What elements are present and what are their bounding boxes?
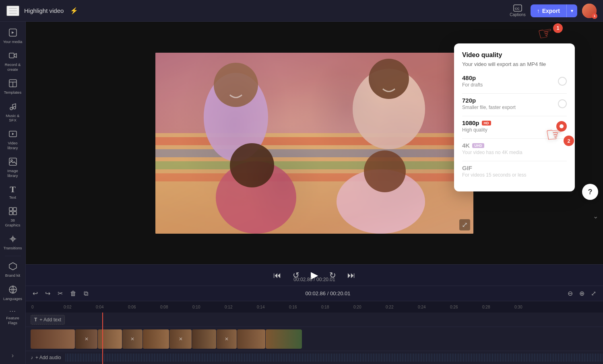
sidebar-item-record-create[interactable]: Record & create bbox=[1, 48, 25, 75]
click-badge-1: 1 bbox=[553, 23, 563, 33]
sidebar-item-text[interactable]: T Text bbox=[1, 182, 25, 203]
skip-forward-button[interactable]: ⏭ bbox=[345, 269, 358, 282]
export-label: Export bbox=[542, 8, 560, 14]
delete-button[interactable]: 🗑 bbox=[68, 289, 78, 298]
video-background bbox=[155, 53, 473, 234]
video-clip-2[interactable]: ✕ bbox=[75, 329, 97, 349]
fit-button[interactable]: ⤢ bbox=[589, 288, 598, 298]
scroll-indicator[interactable]: ⌄ bbox=[593, 212, 598, 220]
ruler-marks: 0 0:02 0:04 0:06 0:08 0:10 0:12 0:14 0:1… bbox=[31, 305, 603, 309]
video-quality-dropdown: Video quality Your video will export as … bbox=[454, 43, 575, 191]
video-clip-6[interactable]: ✕ bbox=[169, 329, 192, 349]
quality-label-720p: 720p bbox=[462, 97, 567, 104]
quality-radio-480p bbox=[558, 77, 567, 86]
templates-icon bbox=[8, 79, 17, 89]
sidebar-item-image-library[interactable]: Image library bbox=[1, 154, 25, 181]
undo-button[interactable]: ↩ bbox=[31, 288, 40, 298]
graphics-icon bbox=[8, 207, 17, 217]
video-clip-8[interactable]: ✕ bbox=[217, 329, 237, 349]
timeline-tracks: T + Add text ✕ bbox=[26, 313, 603, 364]
ruler-mark-014: 0:14 bbox=[256, 305, 288, 309]
quality-divider-4 bbox=[462, 161, 567, 161]
video-clip-9[interactable] bbox=[237, 329, 265, 349]
menu-button[interactable] bbox=[6, 6, 19, 16]
svg-point-27 bbox=[214, 63, 258, 107]
sidebar-label-image-library: Image library bbox=[3, 169, 23, 178]
clip-cut-icon-2: ✕ bbox=[85, 336, 89, 342]
sidebar-item-graphics[interactable]: 38 Graphics bbox=[1, 204, 25, 230]
cut-button[interactable]: ✂ bbox=[56, 288, 65, 298]
ruler-mark-022: 0:22 bbox=[385, 305, 417, 309]
svg-rect-24 bbox=[155, 161, 473, 169]
sidebar-item-transitions[interactable]: Transitions bbox=[1, 231, 25, 253]
zoom-in-button[interactable]: ⊕ bbox=[577, 288, 586, 298]
quality-option-720p[interactable]: 720p Smaller file, faster export bbox=[462, 97, 567, 110]
music-sfx-icon bbox=[8, 102, 17, 112]
svg-point-33 bbox=[364, 150, 406, 192]
quality-divider-1 bbox=[462, 93, 567, 94]
export-button-group: ↑ Export ▾ bbox=[531, 4, 577, 17]
video-clip-5[interactable] bbox=[143, 329, 169, 349]
video-clip-4[interactable]: ✕ bbox=[122, 329, 142, 349]
sidebar-item-brand-kit[interactable]: Brand kit bbox=[1, 259, 25, 281]
svg-rect-25 bbox=[155, 173, 473, 181]
sidebar-item-your-media[interactable]: Your media bbox=[1, 25, 25, 47]
sidebar-item-video-library[interactable]: Video library bbox=[1, 126, 25, 153]
image-library-icon bbox=[8, 157, 17, 167]
captions-button[interactable]: CC Captions bbox=[510, 4, 525, 17]
video-clip-3[interactable] bbox=[98, 329, 122, 349]
svg-rect-15 bbox=[13, 212, 17, 215]
video-clip-1[interactable] bbox=[31, 329, 75, 349]
time-display: 00:02.86 / 00:20.01 bbox=[293, 277, 335, 282]
zoom-controls: ⊖ ⊕ ⤢ bbox=[566, 288, 598, 298]
sidebar-item-templates[interactable]: Templates bbox=[1, 76, 25, 98]
add-audio-button[interactable]: ♪ + Add audio bbox=[31, 355, 61, 360]
skip-back-button[interactable]: ⏮ bbox=[271, 269, 284, 282]
video-clip-10[interactable] bbox=[266, 329, 302, 349]
sidebar-label-text: Text bbox=[9, 195, 16, 199]
copy-button[interactable]: ⧉ bbox=[82, 289, 90, 298]
topbar: Highlight video ⚡ CC Captions ↑ Export ▾… bbox=[0, 0, 603, 22]
clip-cut-icon-8: ✕ bbox=[225, 336, 229, 342]
help-button[interactable]: ? bbox=[582, 184, 598, 200]
transitions-icon bbox=[8, 234, 17, 245]
sidebar-item-languages[interactable]: Languages bbox=[1, 282, 25, 304]
svg-rect-21 bbox=[155, 133, 473, 234]
captions-label: Captions bbox=[510, 12, 525, 17]
redo-button[interactable]: ↪ bbox=[43, 288, 52, 298]
zoom-out-button[interactable]: ⊖ bbox=[566, 288, 575, 298]
sidebar-label-record-create: Record & create bbox=[3, 62, 23, 72]
timeline-ruler: 0 0:02 0:04 0:06 0:08 0:10 0:12 0:14 0:1… bbox=[26, 301, 603, 313]
cursor-indicator-2: ☞ 2 bbox=[545, 124, 574, 144]
quality-label-gif: GIF bbox=[462, 165, 567, 171]
sidebar-label-feature-flags: Feature Flags bbox=[3, 316, 23, 325]
avatar-badge: 1 bbox=[592, 13, 597, 19]
preview-area: ⤢ ? ⌄ Video quality Your video will expo… bbox=[26, 22, 603, 264]
svg-point-7 bbox=[10, 107, 12, 110]
svg-rect-22 bbox=[155, 137, 473, 145]
title-edit-icon[interactable]: ⚡ bbox=[70, 7, 78, 14]
user-avatar[interactable]: 1 bbox=[582, 4, 597, 18]
fullscreen-button[interactable]: ⤢ bbox=[459, 219, 470, 230]
ruler-mark-0: 0 bbox=[31, 305, 63, 309]
add-text-button[interactable]: T + Add text bbox=[31, 315, 65, 325]
quality-option-gif: GIF For videos 15 seconds or less bbox=[462, 165, 567, 178]
brand-kit-icon bbox=[8, 262, 17, 272]
timeline-area: ↩ ↪ ✂ 🗑 ⧉ 00:02.86 / 00:20.01 ⊖ ⊕ ⤢ 0 0:… bbox=[26, 286, 603, 364]
svg-rect-10 bbox=[9, 158, 17, 165]
svg-rect-13 bbox=[13, 208, 17, 211]
svg-rect-23 bbox=[155, 149, 473, 157]
export-dropdown-button[interactable]: ▾ bbox=[566, 4, 577, 17]
clip-cut-icon-6: ✕ bbox=[179, 336, 183, 342]
text-icon: T bbox=[10, 185, 16, 194]
video-clip-7[interactable] bbox=[192, 329, 216, 349]
sidebar-label-video-library: Video library bbox=[3, 141, 23, 150]
quality-desc-gif: For videos 15 seconds or less bbox=[462, 172, 567, 178]
sidebar-expand-button[interactable]: › bbox=[10, 350, 15, 361]
quality-option-480p[interactable]: 480p For drafts bbox=[462, 74, 567, 88]
export-main-button[interactable]: ↑ Export bbox=[531, 4, 566, 17]
sidebar-item-music-sfx[interactable]: Music & SFX bbox=[1, 99, 25, 126]
ruler-mark-008: 0:08 bbox=[159, 305, 192, 309]
sidebar-label-brand-kit: Brand kit bbox=[5, 273, 21, 278]
sidebar-item-feature-flags[interactable]: ··· Feature Flags bbox=[1, 305, 25, 328]
